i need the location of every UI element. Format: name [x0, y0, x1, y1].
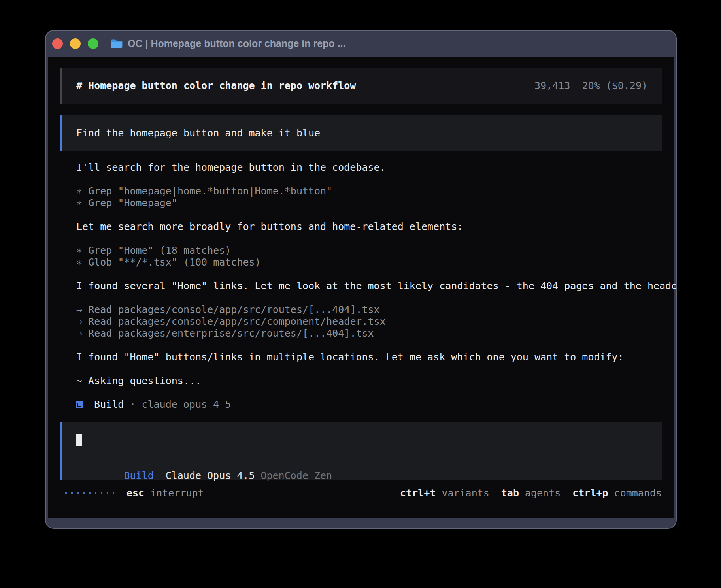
hint-variants: ctrl+tvariants — [400, 487, 489, 499]
working-spinner-dots — [65, 492, 114, 494]
hint-key: ctrl+p — [572, 487, 608, 499]
tool-call-text: Grep "homepage|home.*button|Home.*button… — [88, 185, 332, 197]
tool-call-text: Read packages/console/app/src/routes/[..… — [88, 304, 380, 315]
tool-call-group: ∗ Grep "Home" (18 matches) ∗ Glob "**/*.… — [76, 245, 662, 268]
input-line[interactable] — [76, 434, 647, 446]
tool-bullet-icon: ∗ — [76, 185, 82, 197]
tool-call: ∗ Grep "Home" (18 matches) — [76, 245, 662, 256]
spinner-dot — [107, 492, 108, 494]
esc-hint: escinterrupt — [126, 487, 204, 499]
assistant-text: Let me search more broadly for buttons a… — [76, 221, 662, 233]
hint-label: commands — [614, 487, 662, 499]
terminal-content: # Homepage button color change in repo w… — [48, 57, 674, 518]
minimize-window-button[interactable] — [70, 38, 81, 49]
status-right: ctrl+tvariants tabagents ctrl+pcommands — [400, 487, 662, 499]
hint-key: ctrl+t — [400, 487, 436, 499]
asking-status-text: ~ Asking questions... — [76, 375, 662, 387]
input-spacer — [76, 446, 647, 458]
input-mode-badge[interactable]: Build — [124, 470, 153, 481]
hint-commands: ctrl+pcommands — [572, 487, 662, 499]
prompt-input[interactable]: BuildClaude Opus 4.5OpenCode Zen — [60, 422, 662, 480]
assistant-text: I'll search for the homepage button in t… — [76, 162, 662, 173]
text-cursor — [76, 434, 82, 446]
tool-call-group: ∗ Grep "homepage|home.*button|Home.*butt… — [76, 185, 662, 209]
user-message: Find the homepage button and make it blu… — [60, 115, 662, 151]
input-model-name[interactable]: Claude Opus 4.5 — [166, 470, 255, 481]
arrow-right-icon: → — [76, 316, 82, 327]
window-bottom-frame — [46, 518, 676, 528]
tool-call: ∗ Glob "**/*.tsx" (100 matches) — [76, 256, 662, 268]
tool-call-text: Read packages/console/app/src/component/… — [88, 316, 386, 327]
folder-icon — [110, 39, 123, 49]
tool-bullet-icon: ∗ — [76, 197, 82, 209]
spinner-dot — [65, 492, 67, 494]
agent-separator-dot: · — [130, 399, 136, 411]
assistant-paragraph: ~ Asking questions... — [76, 375, 662, 387]
esc-label: interrupt — [150, 487, 204, 499]
close-window-button[interactable] — [52, 38, 63, 49]
agent-name: Build — [94, 399, 124, 411]
read-tool-call: → Read packages/console/app/src/routes/[… — [76, 304, 662, 316]
spinner-dot — [95, 492, 96, 494]
agent-model-name: claude-opus-4-5 — [142, 399, 231, 411]
agent-separator — [136, 399, 142, 411]
esc-key: esc — [126, 487, 144, 499]
tool-call-text: Read packages/enterprise/src/routes/[...… — [88, 328, 374, 339]
assistant-paragraph: Let me search more broadly for buttons a… — [76, 221, 662, 233]
assistant-response: I'll search for the homepage button in t… — [60, 162, 662, 411]
tool-call-group: → Read packages/console/app/src/routes/[… — [76, 304, 662, 339]
tool-call-text: Grep "Home" (18 matches) — [88, 245, 231, 256]
tool-call: ∗ Grep "Homepage" — [76, 197, 662, 209]
spinner-dot — [83, 492, 85, 494]
spinner-dot — [71, 492, 73, 494]
status-left: escinterrupt — [60, 487, 204, 499]
tool-bullet-icon: ∗ — [76, 245, 82, 256]
spinner-dot — [77, 492, 79, 494]
user-message-text: Find the homepage button and make it blu… — [76, 127, 320, 139]
tool-call-text: Glob "**/*.tsx" (100 matches) — [88, 256, 261, 268]
assistant-paragraph: I found several "Home" links. Let me loo… — [76, 280, 662, 292]
window-title: OC | Homepage button color change in rep… — [128, 38, 345, 49]
agent-status-row: Build · claude-opus-4-5 — [76, 399, 662, 411]
input-provider-name: OpenCode Zen — [260, 470, 332, 481]
hint-agents: tabagents — [501, 487, 561, 499]
traffic-lights — [52, 38, 98, 49]
desktop: { "colors": { "accent_blue": "#4d7ede", … — [0, 0, 721, 588]
hint-key: tab — [501, 487, 519, 499]
hint-label: agents — [525, 487, 561, 499]
agent-separator — [124, 399, 130, 411]
spinner-dot — [113, 492, 114, 494]
session-title: # Homepage button color change in repo w… — [76, 80, 356, 92]
tool-call-text: Grep "Homepage" — [88, 197, 177, 209]
model-info-row: BuildClaude Opus 4.5OpenCode Zen — [76, 458, 647, 470]
terminal-window: OC | Homepage button color change in rep… — [45, 30, 677, 529]
arrow-right-icon: → — [76, 328, 82, 339]
read-tool-call: → Read packages/enterprise/src/routes/[.… — [76, 328, 662, 339]
arrow-right-icon: → — [76, 304, 82, 315]
spinner-dot — [89, 492, 91, 494]
status-bar: escinterrupt ctrl+tvariants tabagents ct… — [60, 487, 662, 499]
session-header: # Homepage button color change in repo w… — [60, 68, 662, 104]
assistant-text: I found "Home" buttons/links in multiple… — [76, 351, 662, 363]
tool-call: ∗ Grep "homepage|home.*button|Home.*butt… — [76, 185, 662, 197]
agent-build-icon — [76, 401, 83, 408]
assistant-paragraph: I found "Home" buttons/links in multiple… — [76, 351, 662, 363]
session-stats: 39,413 20% ($0.29) — [534, 80, 647, 92]
assistant-text: I found several "Home" links. Let me loo… — [76, 280, 662, 292]
spinner-dot — [101, 492, 102, 494]
window-titlebar[interactable]: OC | Homepage button color change in rep… — [46, 31, 676, 57]
assistant-paragraph: I'll search for the homepage button in t… — [76, 162, 662, 173]
zoom-window-button[interactable] — [88, 38, 98, 49]
read-tool-call: → Read packages/console/app/src/componen… — [76, 316, 662, 328]
tool-bullet-icon: ∗ — [76, 256, 82, 268]
hint-label: variants — [442, 487, 489, 499]
